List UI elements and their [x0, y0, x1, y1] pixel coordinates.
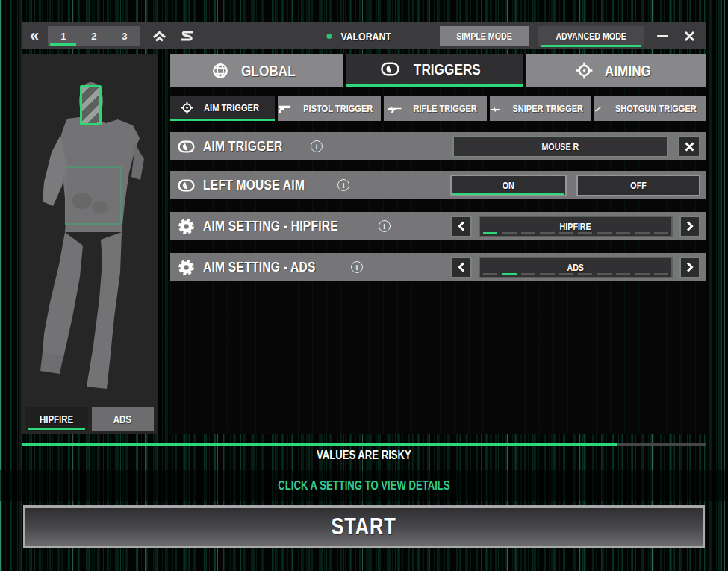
off-button[interactable]: OFF [576, 175, 700, 196]
setting-row-left-mouse-aim[interactable]: LEFT MOUSE AIM i ON OFF [170, 171, 706, 199]
tab-global[interactable]: GLOBAL [170, 54, 343, 87]
page-tab-1[interactable]: 1 [48, 26, 78, 46]
subtab-pistol-trigger[interactable]: PISTOL TRIGGER [278, 96, 381, 121]
close-icon [684, 31, 695, 42]
aim-trigger-binding-input[interactable]: MOUSE R [452, 136, 668, 157]
pistol-icon [278, 104, 291, 114]
simple-mode-button[interactable]: SIMPLE MODE [440, 26, 529, 46]
page-tab-3[interactable]: 3 [109, 26, 140, 46]
risk-warning: VALUES ARE RISKY [0, 449, 728, 462]
advanced-mode-button[interactable]: ADVANCED MODE [538, 26, 644, 46]
chevron-right-icon [686, 262, 694, 272]
option-segments [483, 232, 668, 234]
ads-view-button[interactable]: ADS [92, 407, 155, 431]
title-bar: « 1 2 3 VALORANT SIMPLE [22, 22, 706, 49]
progress-line-rest [617, 443, 706, 446]
crosshair-icon [181, 102, 193, 114]
app-window: « 1 2 3 VALORANT SIMPLE [0, 0, 728, 571]
crosshair-icon [576, 62, 593, 79]
head-target-box[interactable] [80, 85, 102, 125]
tab-aiming[interactable]: AIMING [526, 54, 706, 87]
back-icon[interactable]: « [30, 25, 39, 47]
view-buttons: HIPFIRE ADS [25, 407, 154, 431]
setting-label: AIM TRIGGER [203, 138, 283, 155]
setting-row-aim-trigger[interactable]: AIM TRIGGER i MOUSE R [170, 132, 706, 160]
setting-row-aim-setting-ads[interactable]: AIM SETTING - ADS i ADS [170, 253, 706, 281]
shotgun-icon [594, 103, 602, 115]
prev-option-button[interactable] [451, 257, 472, 278]
sniper-icon [490, 104, 500, 114]
setting-label: AIM SETTING - HIPFIRE [203, 218, 338, 234]
rifle-icon [386, 104, 402, 114]
gear-icon [178, 259, 199, 276]
next-option-button[interactable] [679, 257, 700, 278]
game-name: VALORANT [340, 30, 391, 43]
hipfire-view-button[interactable]: HIPFIRE [25, 407, 88, 431]
subtab-aim-trigger[interactable]: AIM TRIGGER [170, 96, 275, 121]
prev-option-button[interactable] [451, 216, 472, 237]
mode-switch: SIMPLE MODE ADVANCED MODE [440, 26, 698, 46]
hint-band: CLICK A SETTING TO VIEW DETAILS [0, 470, 728, 501]
game-connected-dot [326, 34, 332, 39]
page-tabs: 1 2 3 [48, 26, 140, 46]
subtab-sniper-trigger[interactable]: SNIPER TRIGGER [490, 96, 591, 121]
start-button[interactable]: START [23, 505, 705, 548]
collapse-up-icon[interactable] [152, 31, 167, 42]
page-tab-2[interactable]: 2 [78, 26, 109, 46]
info-icon[interactable]: i [311, 140, 323, 152]
clear-binding-button[interactable] [678, 136, 700, 157]
next-option-button[interactable] [679, 216, 700, 237]
on-button[interactable]: ON [450, 175, 567, 196]
setting-row-aim-setting-hipfire[interactable]: AIM SETTING - HIPFIRE i HIPFIRE [170, 212, 706, 240]
hint-text: CLICK A SETTING TO VIEW DETAILS [278, 479, 449, 493]
trigger-icon [178, 179, 199, 192]
minimize-icon [657, 35, 668, 37]
character-panel: HIPFIRE ADS [22, 54, 157, 434]
info-icon[interactable]: i [351, 261, 363, 273]
hipfire-setting-value[interactable]: HIPFIRE [479, 216, 673, 237]
chevron-right-icon [686, 221, 694, 231]
tab-triggers[interactable]: TRIGGERS [346, 54, 523, 87]
globe-icon [212, 63, 228, 79]
subtab-rifle-trigger[interactable]: RIFLE TRIGGER [384, 96, 487, 121]
game-status: VALORANT [326, 30, 402, 43]
minimize-button[interactable] [653, 27, 671, 45]
progress-line-filled [22, 443, 617, 446]
hip-target-box[interactable] [65, 166, 122, 225]
trigger-icon [178, 140, 199, 153]
option-segments [483, 273, 668, 275]
sync-icon[interactable] [179, 30, 195, 42]
chevron-left-icon [458, 262, 465, 272]
subtab-shotgun-trigger[interactable]: SHOTGUN TRIGGER [594, 96, 706, 121]
trigger-icon [381, 62, 399, 76]
chevron-left-icon [458, 221, 465, 231]
clear-x-icon [685, 142, 694, 152]
setting-label: AIM SETTING - ADS [203, 259, 316, 275]
info-icon[interactable]: i [379, 220, 391, 232]
info-icon[interactable]: i [337, 179, 349, 191]
ads-setting-value[interactable]: ADS [479, 257, 673, 278]
gear-icon [178, 218, 199, 235]
close-button[interactable] [680, 27, 698, 45]
setting-label: LEFT MOUSE AIM [203, 177, 305, 193]
